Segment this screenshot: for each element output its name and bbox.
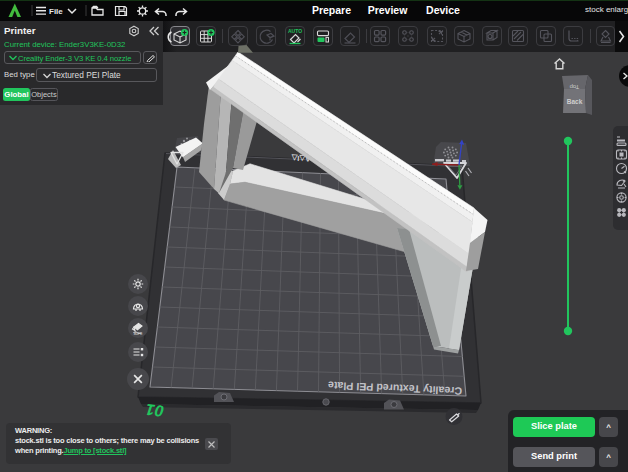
- svg-text:AUTO: AUTO: [288, 28, 302, 34]
- svg-text:01: 01: [145, 401, 165, 420]
- svg-text:BUPE: BUPE: [134, 332, 143, 336]
- svg-text:Back: Back: [567, 98, 583, 105]
- svg-text:Top: Top: [569, 84, 579, 90]
- svg-text:File: File: [49, 7, 63, 16]
